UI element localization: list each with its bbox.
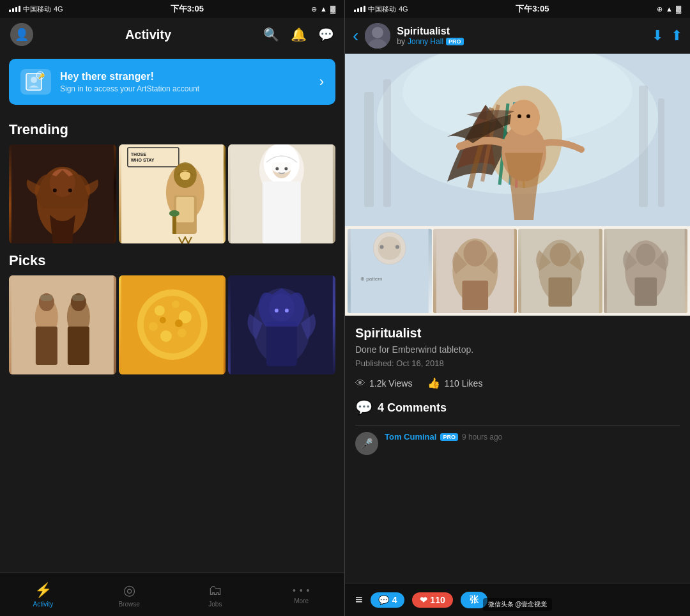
artwork-description: Done for Emberwind tabletop. <box>355 344 680 355</box>
trending-grid: THOSE WHO STAY <box>0 144 344 243</box>
svg-rect-63 <box>658 98 664 207</box>
tab-activity-label: Activity <box>33 601 54 608</box>
artwork-title-nav: Spiritualist <box>397 26 645 37</box>
trending-item-1[interactable] <box>9 144 116 243</box>
hamburger-icon[interactable]: ≡ <box>355 592 363 607</box>
comments-count: 4 Comments <box>378 401 447 415</box>
bell-icon[interactable]: 🔔 <box>291 27 307 42</box>
pro-badge-nav: PRO <box>446 38 464 45</box>
views-count: 1.2k Views <box>369 378 412 389</box>
comment-meta: Tom Cuminal PRO 9 hours ago <box>385 432 502 442</box>
published-date: Published: Oct 16, 2018 <box>355 358 680 368</box>
picks-item-1[interactable] <box>9 275 116 374</box>
commenter-pro-badge: PRO <box>440 433 458 441</box>
svg-rect-86 <box>634 277 657 306</box>
thumb-2[interactable] <box>433 229 518 313</box>
svg-rect-34 <box>68 327 89 365</box>
signal-bars-right <box>354 6 365 12</box>
artwork-title: Spiritualist <box>355 326 680 341</box>
back-button[interactable]: ‹ <box>353 26 358 46</box>
svg-text:🔑: 🔑 <box>38 73 45 79</box>
main-artwork-image[interactable] <box>345 54 690 226</box>
svg-point-1 <box>31 77 37 83</box>
right-nav-bar: ‹ Spiritualist by Jonny Hall PRO ⬇ ⬆ <box>345 18 690 54</box>
by-label: by <box>397 37 405 46</box>
trending-item-2[interactable]: THOSE WHO STAY <box>119 144 226 243</box>
svg-point-46 <box>160 317 166 323</box>
picks-header: Picks <box>0 243 344 275</box>
download-icon[interactable]: ⬇ <box>652 27 663 44</box>
user-avatar[interactable]: 👤 <box>10 23 33 46</box>
signin-banner[interactable]: 🔑 Hey there stranger! Sign in to access … <box>9 59 335 105</box>
wifi-icon-right: ▲ <box>666 5 673 13</box>
svg-point-67 <box>518 114 521 118</box>
left-phone: 中国移动 4G 下午3:05 ⊕ ▲ ▓ 👤 Activity 🔍 🔔 💬 <box>0 0 345 616</box>
tab-more-label: More <box>294 597 309 604</box>
network-right: 4G <box>399 5 408 13</box>
svg-text:WHO STAY: WHO STAY <box>131 158 155 162</box>
svg-rect-62 <box>639 86 648 207</box>
artwork-details: Spiritualist Done for Emberwind tabletop… <box>345 316 690 583</box>
avatar-icon: 👤 <box>15 27 29 42</box>
nav-icons: 🔍 🔔 💬 <box>263 27 334 42</box>
svg-rect-61 <box>383 79 391 207</box>
svg-text:THOSE: THOSE <box>131 152 146 157</box>
views-stat: 👁 1.2k Views <box>355 378 412 389</box>
chevron-right-icon: › <box>319 73 324 90</box>
svg-point-72 <box>380 245 384 249</box>
thumb-4[interactable] <box>604 229 688 313</box>
thumbnail-strip: ⊕ pattern <box>345 226 690 316</box>
svg-point-53 <box>285 309 289 312</box>
carrier-right: 中国移动 <box>368 4 396 14</box>
svg-point-43 <box>178 328 187 337</box>
comment-count-badge: 4 <box>392 595 397 605</box>
svg-point-8 <box>68 189 72 192</box>
svg-rect-35 <box>40 295 53 301</box>
tab-more[interactable]: • • • More <box>258 585 344 604</box>
artist-name-link[interactable]: Jonny Hall <box>408 37 443 46</box>
svg-point-55 <box>372 27 383 38</box>
comment-button[interactable]: 💬 4 <box>371 592 405 608</box>
battery-left: ▓ <box>330 5 335 13</box>
picks-grid <box>0 275 344 374</box>
tab-activity[interactable]: ⚡ Activity <box>0 582 86 608</box>
svg-point-77 <box>463 240 487 266</box>
content-area[interactable]: Trending THOSE <box>0 112 344 616</box>
svg-rect-31 <box>36 327 57 365</box>
follow-button[interactable]: 张 <box>461 592 487 608</box>
follow-label: 张 <box>470 594 479 604</box>
svg-point-44 <box>160 330 172 342</box>
svg-point-66 <box>508 100 540 135</box>
tab-browse[interactable]: ◎ Browse <box>86 582 172 608</box>
published-label: Published: <box>355 358 394 368</box>
svg-rect-51 <box>266 321 297 366</box>
time-left: 下午3:05 <box>171 3 204 15</box>
chat-icon[interactable]: 💬 <box>318 27 334 42</box>
share-icon[interactable]: ⬆ <box>671 27 682 44</box>
likes-count: 110 Likes <box>444 378 482 389</box>
search-icon[interactable]: 🔍 <box>263 27 279 42</box>
svg-rect-60 <box>364 92 374 207</box>
trending-item-3[interactable] <box>228 144 335 243</box>
signin-headline: Hey there stranger! <box>60 71 199 82</box>
picks-item-2[interactable] <box>119 275 226 374</box>
browse-icon: ◎ <box>123 582 135 599</box>
picks-item-3[interactable] <box>228 275 335 374</box>
artist-info: Spiritualist by Jonny Hall PRO <box>397 26 645 46</box>
thumb-3[interactable] <box>518 229 602 313</box>
svg-rect-28 <box>12 275 114 374</box>
comments-row: 💬 4 Comments <box>355 399 680 416</box>
like-button[interactable]: ❤ 110 <box>412 592 452 608</box>
jobs-icon: 🗂 <box>208 582 222 599</box>
tab-jobs[interactable]: 🗂 Jobs <box>172 582 259 608</box>
likes-stat: 👍 110 Likes <box>427 377 482 389</box>
artist-avatar <box>365 23 390 49</box>
status-bar-right: 中国移动 4G 下午3:05 ⊕ ▲ ▓ <box>345 0 690 18</box>
svg-point-85 <box>636 243 655 266</box>
gps-icon-right: ⊕ <box>657 5 663 13</box>
commenter-name[interactable]: Tom Cuminal <box>385 432 436 442</box>
svg-rect-18 <box>172 215 176 234</box>
page-title: Activity <box>125 27 171 42</box>
comment-bubble-icon: 💬 <box>355 399 372 416</box>
thumb-1[interactable]: ⊕ pattern <box>348 229 432 313</box>
